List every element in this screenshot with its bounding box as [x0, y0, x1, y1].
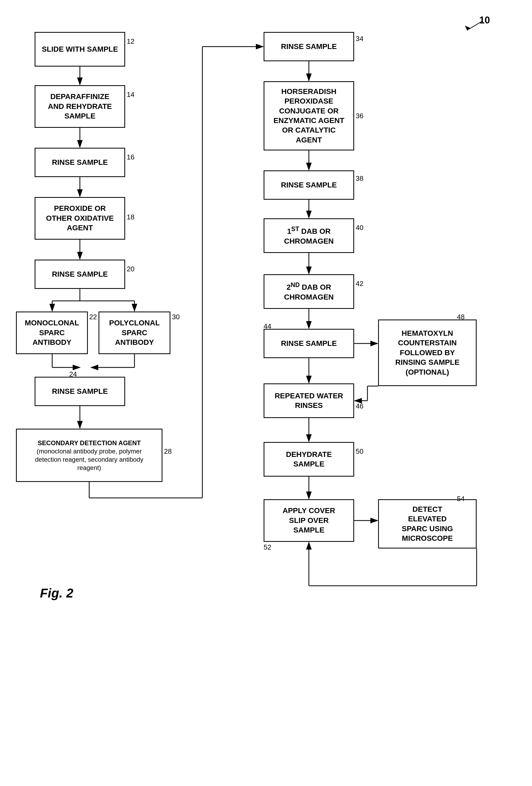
ref-18: 18	[127, 213, 135, 221]
svg-line-36	[465, 26, 469, 29]
box-horseradish: HORSERADISHPEROXIDASECONJUGATE ORENZYMAT…	[263, 81, 354, 151]
box-rinse-38: RINSE SAMPLE	[263, 170, 354, 200]
box-1st-dab: 1ST DAB ORCHROMAGEN	[263, 218, 354, 253]
box-rinse-44: RINSE SAMPLE	[263, 329, 354, 358]
box-rinse-24: RINSE SAMPLE	[34, 377, 125, 406]
box-rinse-20: RINSE SAMPLE	[34, 260, 125, 289]
svg-line-35	[469, 21, 482, 29]
box-rinse-34: RINSE SAMPLE	[263, 32, 354, 61]
ref-38: 38	[356, 175, 364, 183]
ref-52: 52	[263, 543, 271, 551]
ref-12: 12	[127, 37, 135, 46]
ref-20: 20	[127, 265, 135, 273]
ref-48: 48	[457, 313, 465, 321]
fig-label: Fig. 2	[40, 586, 73, 600]
box-secondary-detection: SECONDARY DETECTION AGENT (monoclonal an…	[16, 429, 162, 482]
box-apply-cover: APPLY COVERSLIP OVERSAMPLE	[263, 499, 354, 542]
box-2nd-dab: 2ND DAB ORCHROMAGEN	[263, 274, 354, 309]
box-rinse-16: RINSE SAMPLE	[34, 148, 125, 177]
ref-54: 54	[457, 495, 465, 503]
ref-arrow-10	[447, 16, 487, 32]
ref-16: 16	[127, 153, 135, 161]
box-slide-with-sample: SLIDE WITH SAMPLE	[34, 32, 125, 67]
ref-22: 22	[89, 313, 97, 321]
box-dehydrate: DEHYDRATESAMPLE	[263, 442, 354, 477]
box-polyclonal: POLYCLONALSPARCANTIBODY	[98, 311, 170, 354]
ref-42: 42	[356, 280, 364, 288]
box-hematoxyln: HEMATOXYLNCOUNTERSTAINFOLLOWED BYRINSING…	[378, 320, 477, 386]
ref-30: 30	[172, 313, 180, 321]
box-repeated-rinses: REPEATED WATERRINSES	[263, 384, 354, 418]
box-deparaffinize: DEPARAFFINIZEAND REHYDRATESAMPLE	[34, 85, 125, 128]
box-peroxide: PEROXIDE OROTHER OXIDATIVEAGENT	[34, 197, 125, 240]
ref-24: 24	[69, 370, 77, 378]
ref-36: 36	[356, 112, 364, 120]
ref-28: 28	[164, 447, 172, 456]
ref-34: 34	[356, 34, 364, 43]
ref-50: 50	[356, 447, 364, 456]
ref-44: 44	[263, 322, 271, 330]
ref-40: 40	[356, 224, 364, 232]
diagram-container: SLIDE WITH SAMPLE 12 DEPARAFFINIZEAND RE…	[0, 0, 532, 786]
box-monoclonal: MONOCLONALSPARCANTIBODY	[16, 311, 88, 354]
box-detect-sparc: DETECTELEVATEDSPARC USINGMICROSCOPE	[378, 499, 477, 549]
ref-46: 46	[356, 402, 364, 410]
ref-14: 14	[127, 91, 135, 99]
